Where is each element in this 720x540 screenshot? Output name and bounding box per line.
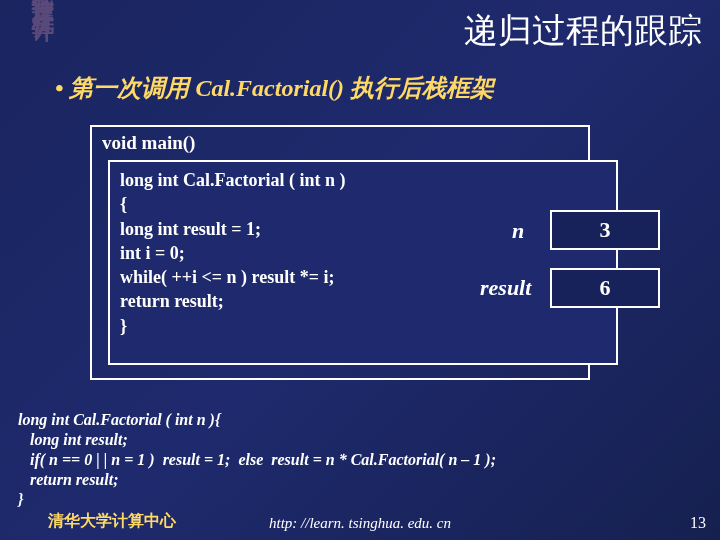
subtitle-suffix: 执行后栈框架 bbox=[344, 75, 494, 101]
code-line-5: while( ++i <= n ) result *= i; bbox=[120, 265, 480, 289]
code-line-4: int i = 0; bbox=[120, 241, 480, 265]
code-line-7: } bbox=[120, 314, 480, 338]
var-label-result: result bbox=[480, 275, 531, 301]
main-decl-text: void main() bbox=[102, 132, 195, 153]
var-label-n: n bbox=[512, 218, 524, 244]
subtitle: • 第一次调用 Cal.Factorial() 执行后栈框架 bbox=[55, 72, 494, 104]
code-line-3: long int result = 1; bbox=[120, 217, 480, 241]
page-number: 13 bbox=[690, 514, 706, 532]
subtitle-fn: Cal.Factorial() bbox=[195, 75, 344, 101]
main-declaration: void main() bbox=[102, 132, 195, 154]
var-cell-n: 3 bbox=[550, 210, 660, 250]
inner-code-block: long int Cal.Factorial ( int n ) { long … bbox=[120, 168, 480, 338]
bottom-code-block: long int Cal.Factorial ( int n ){ long i… bbox=[18, 410, 496, 510]
code-line-6: return result; bbox=[120, 289, 480, 313]
footer-left: 清华大学计算中心 bbox=[48, 511, 176, 532]
slide-title: 递归过程的跟踪 bbox=[464, 8, 702, 54]
code-line-1: long int Cal.Factorial ( int n ) bbox=[120, 168, 480, 192]
var-cell-result: 6 bbox=[550, 268, 660, 308]
footer-url: http: //learn. tsinghua. edu. cn bbox=[269, 515, 451, 532]
subtitle-prefix: • 第一次调用 bbox=[55, 75, 195, 101]
code-line-2: { bbox=[120, 192, 480, 216]
